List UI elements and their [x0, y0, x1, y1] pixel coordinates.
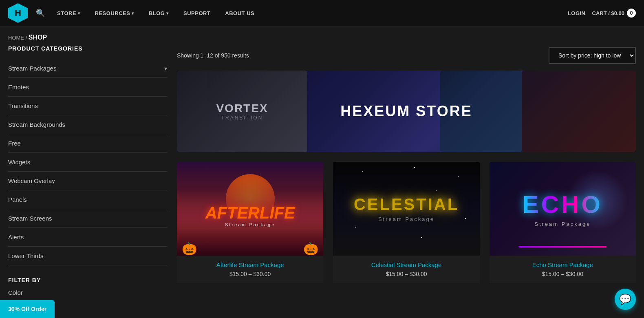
- sort-select[interactable]: Sort by price: high to low: [549, 47, 636, 64]
- product-card-afterlife[interactable]: AFTERLIFE Stream Package 🎃 🎃 Afterlife S…: [177, 162, 323, 283]
- list-item: Stream Packages ▾: [8, 59, 167, 78]
- product-grid: AFTERLIFE Stream Package 🎃 🎃 Afterlife S…: [177, 162, 636, 283]
- nav-item-blog[interactable]: BLOG ▾: [141, 0, 176, 26]
- expand-arrow-icon: ▾: [164, 65, 167, 72]
- banner-title-wrap: HEXEUM STORE: [340, 103, 472, 120]
- logo-hex: H: [8, 3, 28, 23]
- nav-item-support[interactable]: SUPPORT: [176, 0, 218, 26]
- list-item: Stream Backgrounds: [8, 115, 167, 134]
- sidebar-item-lower-thirds[interactable]: Lower Thirds: [8, 247, 167, 265]
- product-price-celestial: $15.00 – $30.00: [338, 271, 474, 277]
- product-info-afterlife: Afterlife Stream Package $15.00 – $30.00: [177, 256, 323, 283]
- banner-title: HEXEUM STORE: [340, 103, 472, 120]
- nav-item-store[interactable]: STORE ▾: [50, 0, 88, 26]
- chat-button[interactable]: 💬: [615, 289, 636, 310]
- color-filter-label[interactable]: Color: [8, 289, 167, 296]
- sidebar-item-free[interactable]: Free: [8, 134, 167, 152]
- promo-banner[interactable]: 30% Off Order: [0, 300, 55, 318]
- breadcrumb-separator: /: [26, 35, 29, 41]
- list-item: Webcam Overlay: [8, 172, 167, 190]
- logo[interactable]: H: [8, 3, 28, 23]
- main-layout: PRODUCT CATEGORIES Stream Packages ▾ Emo…: [0, 45, 644, 296]
- product-card-celestial[interactable]: CELESTIAL Stream Package Celestial Strea…: [333, 162, 479, 283]
- blog-dropdown-arrow: ▾: [166, 11, 169, 15]
- login-button[interactable]: LOGIN: [568, 10, 586, 16]
- banner-card-vortex: VORTEX TRANSITION: [177, 71, 307, 152]
- sidebar-item-stream-screens[interactable]: Stream Screens: [8, 209, 167, 227]
- category-list: Stream Packages ▾ Emotes Transitions Str…: [8, 59, 167, 265]
- cart-badge: 0: [627, 9, 636, 18]
- nav-right: LOGIN CART / $0.00 0: [568, 9, 636, 18]
- list-item: Widgets: [8, 153, 167, 172]
- main-nav: STORE ▾ RESOURCES ▾ BLOG ▾ SUPPORT ABOUT…: [50, 0, 262, 26]
- store-banner: VORTEX TRANSITION HEXEUM STORE: [177, 71, 636, 152]
- search-button[interactable]: 🔍: [36, 9, 45, 18]
- sidebar-item-widgets[interactable]: Widgets: [8, 153, 167, 171]
- results-count: Showing 1–12 of 950 results: [177, 52, 249, 59]
- product-price-afterlife: $15.00 – $30.00: [182, 271, 318, 277]
- sidebar-item-emotes[interactable]: Emotes: [8, 78, 167, 96]
- product-price-echo: $15.00 – $30.00: [494, 271, 631, 277]
- list-item: Transitions: [8, 97, 167, 115]
- sidebar-item-stream-backgrounds[interactable]: Stream Backgrounds: [8, 115, 167, 134]
- product-info-celestial: Celestial Stream Package $15.00 – $30.00: [333, 256, 479, 283]
- sidebar: PRODUCT CATEGORIES Stream Packages ▾ Emo…: [8, 45, 167, 296]
- list-item: Free: [8, 134, 167, 153]
- content-area: Showing 1–12 of 950 results Sort by pric…: [177, 45, 636, 296]
- list-item: Panels: [8, 190, 167, 209]
- product-image-echo: ECHO Stream Package: [490, 162, 636, 256]
- product-name-afterlife[interactable]: Afterlife Stream Package: [182, 261, 318, 268]
- cart-button[interactable]: CART / $0.00 0: [592, 9, 636, 18]
- breadcrumb: HOME / SHOP: [0, 26, 644, 45]
- categories-title: PRODUCT CATEGORIES: [8, 45, 167, 52]
- sidebar-item-webcam-overlay[interactable]: Webcam Overlay: [8, 172, 167, 190]
- product-image-afterlife: AFTERLIFE Stream Package 🎃 🎃: [177, 162, 323, 256]
- breadcrumb-current: SHOP: [29, 34, 47, 41]
- sidebar-item-panels[interactable]: Panels: [8, 190, 167, 209]
- resources-dropdown-arrow: ▾: [132, 11, 134, 15]
- header: H 🔍 STORE ▾ RESOURCES ▾ BLOG ▾ SUPPORT A…: [0, 0, 644, 26]
- banner-card-red: [522, 71, 636, 152]
- product-name-echo[interactable]: Echo Stream Package: [494, 261, 631, 268]
- list-item: Emotes: [8, 78, 167, 97]
- list-item: Lower Thirds: [8, 247, 167, 265]
- product-image-celestial: CELESTIAL Stream Package: [333, 162, 479, 256]
- product-info-echo: Echo Stream Package $15.00 – $30.00: [490, 256, 636, 283]
- list-item: Stream Screens: [8, 209, 167, 228]
- nav-item-resources[interactable]: RESOURCES ▾: [88, 0, 141, 26]
- nav-item-about[interactable]: ABOUT US: [218, 0, 262, 26]
- filter-by-title: FILTER BY: [8, 277, 167, 283]
- breadcrumb-home[interactable]: HOME: [8, 35, 24, 41]
- store-dropdown-arrow: ▾: [78, 11, 80, 15]
- list-item: Alerts: [8, 228, 167, 247]
- product-name-celestial[interactable]: Celestial Stream Package: [338, 261, 474, 268]
- sidebar-item-stream-packages[interactable]: Stream Packages ▾: [8, 59, 167, 77]
- sort-bar: Showing 1–12 of 950 results Sort by pric…: [177, 45, 636, 64]
- sidebar-item-alerts[interactable]: Alerts: [8, 228, 167, 246]
- sidebar-item-transitions[interactable]: Transitions: [8, 97, 167, 115]
- product-card-echo[interactable]: ECHO Stream Package Echo Stream Package …: [490, 162, 636, 283]
